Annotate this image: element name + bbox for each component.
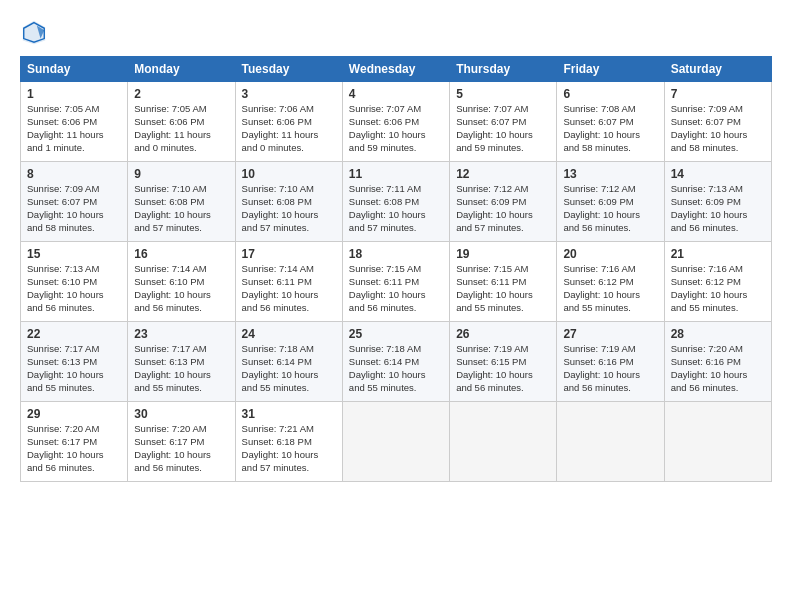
day-number: 25 [349,326,443,342]
day-cell [557,402,664,482]
day-cell: 12Sunrise: 7:12 AM Sunset: 6:09 PM Dayli… [450,162,557,242]
header-cell-tuesday: Tuesday [235,57,342,82]
day-info: Sunrise: 7:20 AM Sunset: 6:17 PM Dayligh… [134,423,228,474]
day-cell: 30Sunrise: 7:20 AM Sunset: 6:17 PM Dayli… [128,402,235,482]
day-cell: 28Sunrise: 7:20 AM Sunset: 6:16 PM Dayli… [664,322,771,402]
day-cell: 26Sunrise: 7:19 AM Sunset: 6:15 PM Dayli… [450,322,557,402]
day-number: 11 [349,166,443,182]
week-row-5: 29Sunrise: 7:20 AM Sunset: 6:17 PM Dayli… [21,402,772,482]
day-number: 3 [242,86,336,102]
day-cell: 14Sunrise: 7:13 AM Sunset: 6:09 PM Dayli… [664,162,771,242]
header-cell-monday: Monday [128,57,235,82]
day-cell: 4Sunrise: 7:07 AM Sunset: 6:06 PM Daylig… [342,82,449,162]
day-number: 28 [671,326,765,342]
day-number: 2 [134,86,228,102]
day-info: Sunrise: 7:16 AM Sunset: 6:12 PM Dayligh… [563,263,657,314]
day-cell: 15Sunrise: 7:13 AM Sunset: 6:10 PM Dayli… [21,242,128,322]
day-cell: 31Sunrise: 7:21 AM Sunset: 6:18 PM Dayli… [235,402,342,482]
day-cell: 19Sunrise: 7:15 AM Sunset: 6:11 PM Dayli… [450,242,557,322]
day-cell: 11Sunrise: 7:11 AM Sunset: 6:08 PM Dayli… [342,162,449,242]
day-cell: 25Sunrise: 7:18 AM Sunset: 6:14 PM Dayli… [342,322,449,402]
day-info: Sunrise: 7:15 AM Sunset: 6:11 PM Dayligh… [349,263,443,314]
day-number: 31 [242,406,336,422]
day-number: 12 [456,166,550,182]
page: SundayMondayTuesdayWednesdayThursdayFrid… [0,0,792,612]
day-number: 4 [349,86,443,102]
day-number: 9 [134,166,228,182]
day-cell: 21Sunrise: 7:16 AM Sunset: 6:12 PM Dayli… [664,242,771,322]
day-cell: 6Sunrise: 7:08 AM Sunset: 6:07 PM Daylig… [557,82,664,162]
day-cell: 7Sunrise: 7:09 AM Sunset: 6:07 PM Daylig… [664,82,771,162]
header-cell-saturday: Saturday [664,57,771,82]
day-number: 30 [134,406,228,422]
week-row-4: 22Sunrise: 7:17 AM Sunset: 6:13 PM Dayli… [21,322,772,402]
day-number: 22 [27,326,121,342]
week-row-1: 1Sunrise: 7:05 AM Sunset: 6:06 PM Daylig… [21,82,772,162]
day-cell: 18Sunrise: 7:15 AM Sunset: 6:11 PM Dayli… [342,242,449,322]
day-number: 15 [27,246,121,262]
day-number: 27 [563,326,657,342]
logo-icon [20,18,48,46]
day-number: 13 [563,166,657,182]
day-number: 26 [456,326,550,342]
day-info: Sunrise: 7:10 AM Sunset: 6:08 PM Dayligh… [134,183,228,234]
week-row-3: 15Sunrise: 7:13 AM Sunset: 6:10 PM Dayli… [21,242,772,322]
header-cell-wednesday: Wednesday [342,57,449,82]
day-info: Sunrise: 7:21 AM Sunset: 6:18 PM Dayligh… [242,423,336,474]
day-number: 10 [242,166,336,182]
day-info: Sunrise: 7:09 AM Sunset: 6:07 PM Dayligh… [27,183,121,234]
calendar-body: 1Sunrise: 7:05 AM Sunset: 6:06 PM Daylig… [21,82,772,482]
day-number: 24 [242,326,336,342]
day-number: 7 [671,86,765,102]
day-info: Sunrise: 7:11 AM Sunset: 6:08 PM Dayligh… [349,183,443,234]
day-cell: 9Sunrise: 7:10 AM Sunset: 6:08 PM Daylig… [128,162,235,242]
day-number: 14 [671,166,765,182]
day-cell: 23Sunrise: 7:17 AM Sunset: 6:13 PM Dayli… [128,322,235,402]
day-number: 1 [27,86,121,102]
day-cell: 8Sunrise: 7:09 AM Sunset: 6:07 PM Daylig… [21,162,128,242]
day-cell: 2Sunrise: 7:05 AM Sunset: 6:06 PM Daylig… [128,82,235,162]
day-info: Sunrise: 7:20 AM Sunset: 6:17 PM Dayligh… [27,423,121,474]
day-info: Sunrise: 7:20 AM Sunset: 6:16 PM Dayligh… [671,343,765,394]
day-info: Sunrise: 7:08 AM Sunset: 6:07 PM Dayligh… [563,103,657,154]
day-info: Sunrise: 7:05 AM Sunset: 6:06 PM Dayligh… [134,103,228,154]
header-cell-sunday: Sunday [21,57,128,82]
day-cell: 17Sunrise: 7:14 AM Sunset: 6:11 PM Dayli… [235,242,342,322]
day-info: Sunrise: 7:05 AM Sunset: 6:06 PM Dayligh… [27,103,121,154]
day-number: 20 [563,246,657,262]
day-cell [450,402,557,482]
day-number: 19 [456,246,550,262]
day-number: 23 [134,326,228,342]
day-info: Sunrise: 7:14 AM Sunset: 6:11 PM Dayligh… [242,263,336,314]
day-number: 8 [27,166,121,182]
day-info: Sunrise: 7:17 AM Sunset: 6:13 PM Dayligh… [27,343,121,394]
day-cell [342,402,449,482]
day-cell: 20Sunrise: 7:16 AM Sunset: 6:12 PM Dayli… [557,242,664,322]
day-cell [664,402,771,482]
calendar-table: SundayMondayTuesdayWednesdayThursdayFrid… [20,56,772,482]
day-cell: 16Sunrise: 7:14 AM Sunset: 6:10 PM Dayli… [128,242,235,322]
day-info: Sunrise: 7:16 AM Sunset: 6:12 PM Dayligh… [671,263,765,314]
day-cell: 22Sunrise: 7:17 AM Sunset: 6:13 PM Dayli… [21,322,128,402]
day-info: Sunrise: 7:18 AM Sunset: 6:14 PM Dayligh… [349,343,443,394]
calendar-header: SundayMondayTuesdayWednesdayThursdayFrid… [21,57,772,82]
day-cell: 27Sunrise: 7:19 AM Sunset: 6:16 PM Dayli… [557,322,664,402]
day-number: 17 [242,246,336,262]
day-info: Sunrise: 7:07 AM Sunset: 6:06 PM Dayligh… [349,103,443,154]
day-cell: 5Sunrise: 7:07 AM Sunset: 6:07 PM Daylig… [450,82,557,162]
day-cell: 29Sunrise: 7:20 AM Sunset: 6:17 PM Dayli… [21,402,128,482]
day-info: Sunrise: 7:17 AM Sunset: 6:13 PM Dayligh… [134,343,228,394]
day-info: Sunrise: 7:19 AM Sunset: 6:16 PM Dayligh… [563,343,657,394]
week-row-2: 8Sunrise: 7:09 AM Sunset: 6:07 PM Daylig… [21,162,772,242]
day-info: Sunrise: 7:19 AM Sunset: 6:15 PM Dayligh… [456,343,550,394]
day-cell: 10Sunrise: 7:10 AM Sunset: 6:08 PM Dayli… [235,162,342,242]
day-info: Sunrise: 7:10 AM Sunset: 6:08 PM Dayligh… [242,183,336,234]
day-info: Sunrise: 7:13 AM Sunset: 6:10 PM Dayligh… [27,263,121,314]
day-info: Sunrise: 7:15 AM Sunset: 6:11 PM Dayligh… [456,263,550,314]
day-info: Sunrise: 7:06 AM Sunset: 6:06 PM Dayligh… [242,103,336,154]
day-info: Sunrise: 7:13 AM Sunset: 6:09 PM Dayligh… [671,183,765,234]
header-cell-thursday: Thursday [450,57,557,82]
day-info: Sunrise: 7:09 AM Sunset: 6:07 PM Dayligh… [671,103,765,154]
day-cell: 1Sunrise: 7:05 AM Sunset: 6:06 PM Daylig… [21,82,128,162]
day-info: Sunrise: 7:12 AM Sunset: 6:09 PM Dayligh… [563,183,657,234]
